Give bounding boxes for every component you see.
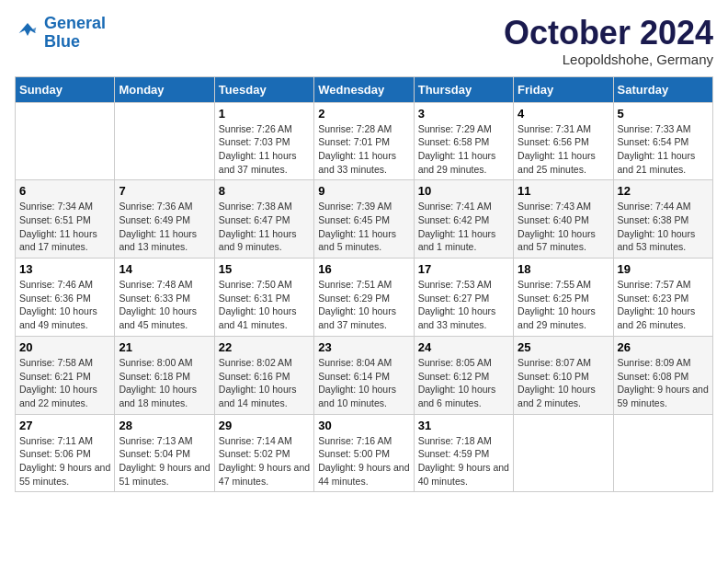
day-number: 11 xyxy=(518,184,609,198)
day-number: 1 xyxy=(219,107,310,121)
day-info: Sunrise: 7:41 AM Sunset: 6:42 PM Dayligh… xyxy=(418,200,509,254)
day-number: 2 xyxy=(318,107,409,121)
day-number: 14 xyxy=(119,262,210,276)
calendar-cell: 5Sunrise: 7:33 AM Sunset: 6:54 PM Daylig… xyxy=(613,102,712,180)
calendar-cell: 29Sunrise: 7:14 AM Sunset: 5:02 PM Dayli… xyxy=(214,414,313,492)
calendar-cell: 3Sunrise: 7:29 AM Sunset: 6:58 PM Daylig… xyxy=(414,102,513,180)
logo: General Blue xyxy=(15,15,106,52)
day-number: 8 xyxy=(219,184,310,198)
calendar-cell: 11Sunrise: 7:43 AM Sunset: 6:40 PM Dayli… xyxy=(514,180,613,259)
day-info: Sunrise: 8:09 AM Sunset: 6:08 PM Dayligh… xyxy=(618,356,709,410)
weekday-header-wednesday: Wednesday xyxy=(314,76,414,102)
day-number: 5 xyxy=(618,107,709,121)
day-number: 24 xyxy=(418,340,509,354)
day-info: Sunrise: 8:02 AM Sunset: 6:16 PM Dayligh… xyxy=(219,356,310,410)
day-number: 29 xyxy=(219,419,310,432)
calendar-cell: 18Sunrise: 7:55 AM Sunset: 6:25 PM Dayli… xyxy=(514,259,613,337)
day-info: Sunrise: 8:04 AM Sunset: 6:14 PM Dayligh… xyxy=(318,356,409,410)
day-number: 9 xyxy=(318,184,409,198)
day-number: 17 xyxy=(418,262,509,276)
day-info: Sunrise: 7:38 AM Sunset: 6:47 PM Dayligh… xyxy=(219,200,310,254)
day-number: 10 xyxy=(418,184,509,198)
calendar-body: 1Sunrise: 7:26 AM Sunset: 7:03 PM Daylig… xyxy=(16,102,713,492)
page-header: General Blue October 2024 Leopoldshohe, … xyxy=(15,15,713,67)
day-number: 18 xyxy=(518,262,609,276)
day-info: Sunrise: 7:26 AM Sunset: 7:03 PM Dayligh… xyxy=(219,122,310,177)
day-info: Sunrise: 7:34 AM Sunset: 6:51 PM Dayligh… xyxy=(19,200,110,254)
day-info: Sunrise: 7:11 AM Sunset: 5:06 PM Dayligh… xyxy=(19,434,110,488)
calendar-cell: 14Sunrise: 7:48 AM Sunset: 6:33 PM Dayli… xyxy=(115,259,214,337)
title-block: October 2024 Leopoldshohe, Germany xyxy=(504,15,713,67)
calendar-cell: 15Sunrise: 7:50 AM Sunset: 6:31 PM Dayli… xyxy=(214,259,313,337)
calendar-cell xyxy=(514,414,613,492)
day-info: Sunrise: 7:39 AM Sunset: 6:45 PM Dayligh… xyxy=(318,200,409,254)
day-number: 13 xyxy=(19,262,110,276)
calendar-cell: 17Sunrise: 7:53 AM Sunset: 6:27 PM Dayli… xyxy=(414,259,513,337)
weekday-header-saturday: Saturday xyxy=(613,76,712,102)
calendar-cell: 19Sunrise: 7:57 AM Sunset: 6:23 PM Dayli… xyxy=(613,259,712,337)
calendar-cell: 21Sunrise: 8:00 AM Sunset: 6:18 PM Dayli… xyxy=(115,336,214,414)
day-number: 20 xyxy=(19,340,110,354)
logo-text: General Blue xyxy=(44,15,106,52)
calendar-cell: 4Sunrise: 7:31 AM Sunset: 6:56 PM Daylig… xyxy=(514,102,613,180)
calendar-cell: 31Sunrise: 7:18 AM Sunset: 4:59 PM Dayli… xyxy=(414,414,513,492)
day-info: Sunrise: 7:43 AM Sunset: 6:40 PM Dayligh… xyxy=(518,200,609,254)
logo-bird-icon xyxy=(15,20,40,46)
day-number: 15 xyxy=(219,262,310,276)
day-info: Sunrise: 7:28 AM Sunset: 7:01 PM Dayligh… xyxy=(318,122,409,177)
day-info: Sunrise: 8:00 AM Sunset: 6:18 PM Dayligh… xyxy=(119,356,210,410)
day-number: 30 xyxy=(318,419,409,432)
day-number: 6 xyxy=(19,184,110,198)
calendar-cell xyxy=(115,102,214,180)
calendar-cell xyxy=(16,102,115,180)
calendar-cell: 22Sunrise: 8:02 AM Sunset: 6:16 PM Dayli… xyxy=(214,336,313,414)
weekday-header-thursday: Thursday xyxy=(414,76,513,102)
calendar-cell: 20Sunrise: 7:58 AM Sunset: 6:21 PM Dayli… xyxy=(16,336,115,414)
calendar-cell: 30Sunrise: 7:16 AM Sunset: 5:00 PM Dayli… xyxy=(314,414,414,492)
day-number: 22 xyxy=(219,340,310,354)
day-info: Sunrise: 8:07 AM Sunset: 6:10 PM Dayligh… xyxy=(518,356,609,410)
calendar-cell: 26Sunrise: 8:09 AM Sunset: 6:08 PM Dayli… xyxy=(613,336,712,414)
calendar-table: SundayMondayTuesdayWednesdayThursdayFrid… xyxy=(15,76,713,493)
calendar-week-row: 13Sunrise: 7:46 AM Sunset: 6:36 PM Dayli… xyxy=(16,259,713,337)
calendar-cell: 24Sunrise: 8:05 AM Sunset: 6:12 PM Dayli… xyxy=(414,336,513,414)
day-number: 7 xyxy=(119,184,210,198)
calendar-cell: 7Sunrise: 7:36 AM Sunset: 6:49 PM Daylig… xyxy=(115,180,214,259)
day-info: Sunrise: 7:48 AM Sunset: 6:33 PM Dayligh… xyxy=(119,278,210,332)
day-info: Sunrise: 7:44 AM Sunset: 6:38 PM Dayligh… xyxy=(618,200,709,254)
weekday-header-sunday: Sunday xyxy=(16,76,115,102)
location: Leopoldshohe, Germany xyxy=(504,52,713,67)
day-info: Sunrise: 7:33 AM Sunset: 6:54 PM Dayligh… xyxy=(618,122,709,177)
day-number: 21 xyxy=(119,340,210,354)
day-info: Sunrise: 7:13 AM Sunset: 5:04 PM Dayligh… xyxy=(119,434,210,488)
day-info: Sunrise: 7:18 AM Sunset: 4:59 PM Dayligh… xyxy=(418,434,509,488)
weekday-header-friday: Friday xyxy=(514,76,613,102)
day-info: Sunrise: 7:29 AM Sunset: 6:58 PM Dayligh… xyxy=(418,122,509,177)
weekday-header-monday: Monday xyxy=(115,76,214,102)
day-number: 12 xyxy=(618,184,709,198)
calendar-cell: 9Sunrise: 7:39 AM Sunset: 6:45 PM Daylig… xyxy=(314,180,414,259)
day-info: Sunrise: 7:58 AM Sunset: 6:21 PM Dayligh… xyxy=(19,356,110,410)
day-number: 16 xyxy=(318,262,409,276)
calendar-cell: 25Sunrise: 8:07 AM Sunset: 6:10 PM Dayli… xyxy=(514,336,613,414)
day-number: 3 xyxy=(418,107,509,121)
calendar-week-row: 1Sunrise: 7:26 AM Sunset: 7:03 PM Daylig… xyxy=(16,102,713,180)
calendar-cell: 27Sunrise: 7:11 AM Sunset: 5:06 PM Dayli… xyxy=(16,414,115,492)
day-info: Sunrise: 7:16 AM Sunset: 5:00 PM Dayligh… xyxy=(318,434,409,488)
calendar-cell: 10Sunrise: 7:41 AM Sunset: 6:42 PM Dayli… xyxy=(414,180,513,259)
day-info: Sunrise: 7:55 AM Sunset: 6:25 PM Dayligh… xyxy=(518,278,609,332)
calendar-cell: 28Sunrise: 7:13 AM Sunset: 5:04 PM Dayli… xyxy=(115,414,214,492)
calendar-cell: 8Sunrise: 7:38 AM Sunset: 6:47 PM Daylig… xyxy=(214,180,313,259)
calendar-cell: 6Sunrise: 7:34 AM Sunset: 6:51 PM Daylig… xyxy=(16,180,115,259)
day-number: 26 xyxy=(618,340,709,354)
day-info: Sunrise: 7:31 AM Sunset: 6:56 PM Dayligh… xyxy=(518,122,609,177)
calendar-cell: 13Sunrise: 7:46 AM Sunset: 6:36 PM Dayli… xyxy=(16,259,115,337)
calendar-week-row: 27Sunrise: 7:11 AM Sunset: 5:06 PM Dayli… xyxy=(16,414,713,492)
day-number: 31 xyxy=(418,419,509,432)
calendar-cell: 23Sunrise: 8:04 AM Sunset: 6:14 PM Dayli… xyxy=(314,336,414,414)
day-info: Sunrise: 7:14 AM Sunset: 5:02 PM Dayligh… xyxy=(219,434,310,488)
weekday-header-tuesday: Tuesday xyxy=(214,76,313,102)
calendar-week-row: 20Sunrise: 7:58 AM Sunset: 6:21 PM Dayli… xyxy=(16,336,713,414)
day-number: 25 xyxy=(518,340,609,354)
day-number: 27 xyxy=(19,419,110,432)
